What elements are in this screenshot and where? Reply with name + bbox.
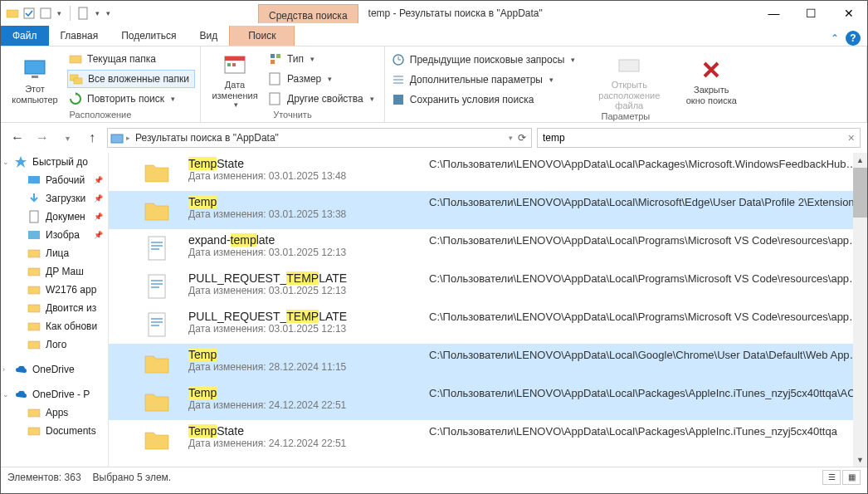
sidebar-onedrive-p[interactable]: ⌄OneDrive - P [1,385,108,404]
result-row[interactable]: TempStateДата изменения: 24.12.2024 22:5… [109,420,867,458]
sidebar-folder-kak[interactable]: Как обнови [1,317,108,335]
result-path: C:\Пользователи\LENOVO\AppData\Local\Pac… [429,157,861,170]
result-row[interactable]: TempДата изменения: 24.12.2024 22:51C:\П… [109,382,867,420]
main-area: ⌄Быстрый до Рабочий📌 Загрузки📌 Докумен📌 … [1,153,867,467]
cloud-icon [14,363,27,376]
cloud-icon [14,388,27,401]
other-props-button[interactable]: Другие свойства▾ [267,90,379,108]
minimize-button[interactable]: — [755,2,792,26]
tab-home[interactable]: Главная [49,26,110,46]
breadcrumb[interactable]: Результаты поиска в "AppData" [132,132,282,144]
sidebar-desktop[interactable]: Рабочий📌 [1,171,108,189]
result-row[interactable]: TempДата изменения: 03.01.2025 13:38C:\П… [109,191,867,229]
file-icon [142,271,172,301]
sidebar-onedrive[interactable]: ›OneDrive [1,360,108,379]
folder-icon [6,7,19,20]
svg-rect-40 [151,286,159,288]
close-search-button[interactable]: Закрыть окно поиска [678,48,744,111]
result-row[interactable]: TempДата изменения: 28.12.2024 11:15C:\П… [109,344,867,382]
window-title: temp - Результаты поиска в "AppData" [368,7,755,19]
help-icon[interactable]: ? [846,31,861,46]
chevron-down-icon[interactable]: ▾ [56,9,63,17]
ribbon-group-options: Предыдущие поисковые запросы▾ Дополнител… [385,46,867,122]
sidebar-folder-logo[interactable]: Лого [1,335,108,354]
result-path: C:\Пользователи\LENOVO\AppData\Local\Mic… [429,195,861,208]
this-pc-button[interactable]: Этот компьютер [6,48,64,110]
sidebar-downloads[interactable]: Загрузки📌 [1,189,108,208]
date-modified-button[interactable]: Дата изменения▾ [206,48,264,110]
tab-file[interactable]: Файл [1,26,49,46]
recent-dropdown[interactable]: ▾ [57,128,77,148]
details-view-button[interactable]: ☰ [822,470,841,485]
overflow-icon[interactable]: ▾ [105,9,112,17]
folder-icon [69,52,82,66]
result-row[interactable]: expand-templateДата изменения: 03.01.202… [109,229,867,267]
sidebar-documents[interactable]: Докумен📌 [1,208,108,226]
result-name: PULL_REQUEST_TEMPLATE [188,271,412,285]
advanced-options-button[interactable]: Дополнительные параметры▾ [390,71,581,89]
sidebar-folder-documents2[interactable]: Documents [1,422,108,440]
sidebar-folder-dvoitsa[interactable]: Двоится из [1,299,108,317]
sidebar-folder-w2176[interactable]: W2176 app [1,281,108,299]
scroll-down-button[interactable]: ▼ [853,452,867,467]
up-button[interactable]: ↑ [82,128,102,148]
sidebar-pictures[interactable]: Изобра📌 [1,226,108,244]
save-search-button[interactable]: Сохранить условия поиска [390,90,581,109]
clear-search-icon[interactable]: × [848,131,855,144]
svg-rect-16 [270,73,280,85]
sidebar-folder-apps[interactable]: Apps [1,404,108,422]
window-controls: — ☐ ✕ [755,2,867,26]
size-button[interactable]: Размер▾ [267,70,379,88]
status-elements: Элементов: 363 [7,472,81,483]
checkbox-empty-icon[interactable] [39,7,52,20]
sidebar: ⌄Быстрый до Рабочий📌 Загрузки📌 Докумен📌 … [1,153,109,467]
checkbox-icon[interactable] [22,7,36,20]
close-button[interactable]: ✕ [830,2,867,26]
result-row[interactable]: TempStateДата изменения: 03.01.2025 13:4… [109,153,867,191]
scrollbar[interactable]: ▲ ▼ [853,153,867,467]
recent-searches-button[interactable]: Предыдущие поисковые запросы▾ [390,51,581,69]
ribbon-group-refine: Дата изменения▾ Тип▾ Размер▾ Другие свой… [201,46,385,122]
ribbon: Этот компьютер Текущая папка Все вложенн… [1,46,867,123]
tab-search[interactable]: Поиск [229,26,295,46]
type-button[interactable]: Тип▾ [267,50,379,68]
type-icon [269,52,282,66]
svg-rect-24 [28,231,40,239]
chevron-down-icon[interactable]: ▾ [94,9,101,17]
chevron-right-icon[interactable]: ▸ [124,134,132,142]
separator [70,6,71,21]
all-subfolders-button[interactable]: Все вложенные папки [67,70,195,88]
svg-rect-31 [28,409,40,417]
sidebar-folder-dr[interactable]: ДР Маш [1,262,108,281]
svg-rect-34 [151,242,163,243]
scroll-thumb[interactable] [853,168,867,218]
sidebar-quick-access[interactable]: ⌄Быстрый до [1,153,108,171]
result-name: TempState [188,424,412,438]
svg-rect-0 [7,10,18,17]
address-bar[interactable]: ▸ Результаты поиска в "AppData" ▾ ⟳ [107,128,532,148]
chevron-up-icon[interactable]: ⌃ [831,32,839,44]
tab-share[interactable]: Поделиться [110,26,188,46]
tab-view[interactable]: Вид [188,26,229,46]
result-row[interactable]: PULL_REQUEST_TEMPLATEДата изменения: 03.… [109,267,867,306]
search-box[interactable]: temp × [537,128,861,148]
result-row[interactable]: PULL_REQUEST_TEMPLATEДата изменения: 03.… [109,306,867,344]
group-label: Расположение [6,110,195,120]
scroll-up-button[interactable]: ▲ [853,153,867,167]
group-label: Параметры [390,111,861,122]
maximize-button[interactable]: ☐ [792,2,830,26]
chevron-down-icon[interactable]: ▾ [507,134,514,142]
refresh-icon[interactable]: ⟳ [518,132,526,144]
new-doc-icon[interactable] [77,7,90,20]
search-again-button[interactable]: Повторить поиск▾ [67,90,195,108]
file-icon [142,233,172,263]
back-button[interactable]: ← [7,128,27,148]
current-folder-button[interactable]: Текущая папка [67,50,195,68]
sidebar-folder-faces[interactable]: Лица [1,244,108,262]
nav-row: ← → ▾ ↑ ▸ Результаты поиска в "AppData" … [1,123,867,153]
result-date: Дата изменения: 03.01.2025 12:13 [188,285,412,296]
svg-rect-35 [151,245,163,247]
close-x-icon [698,56,724,83]
svg-rect-6 [70,56,81,63]
tiles-view-button[interactable]: ▦ [842,470,861,485]
